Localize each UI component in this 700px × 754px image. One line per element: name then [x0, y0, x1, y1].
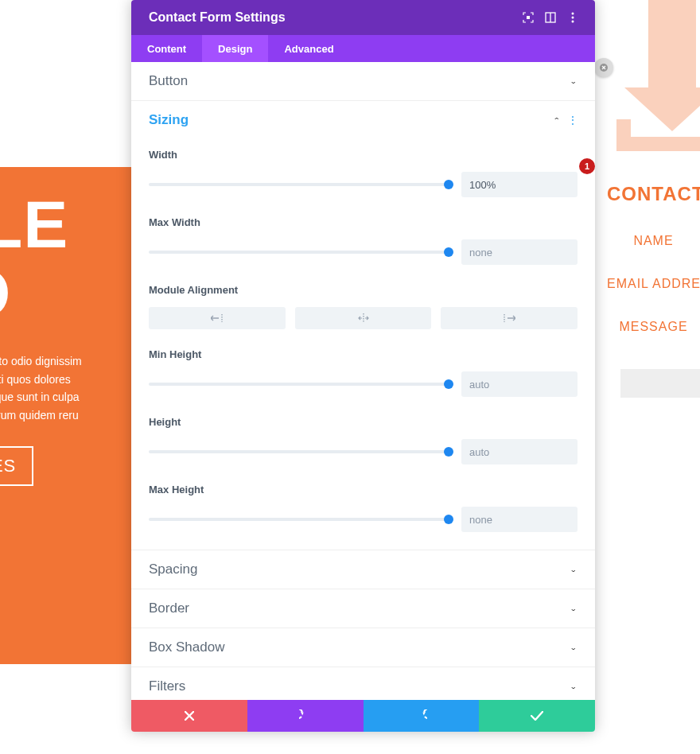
slider-thumb[interactable]	[444, 247, 453, 257]
section-header-spacing[interactable]: Spacing ⌄	[131, 550, 595, 589]
download-icon	[616, 0, 700, 159]
modal-title: Contact Form Settings	[149, 10, 515, 25]
contact-field-email: EMAIL ADDRESS	[607, 277, 700, 291]
redo-button[interactable]	[364, 700, 480, 732]
value-width[interactable]: 100%	[461, 172, 578, 197]
annotation-badge-1: 1	[579, 158, 595, 174]
value-height[interactable]: auto	[461, 439, 578, 464]
label-max-width: Max Width	[149, 216, 578, 228]
section-body-sizing: Width 100% 1 Max Width none	[131, 139, 595, 550]
label-min-height: Min Height	[149, 348, 578, 360]
save-button[interactable]	[479, 700, 595, 732]
svg-point-4	[572, 13, 574, 15]
label-alignment: Module Alignment	[149, 284, 578, 296]
slider-width[interactable]	[149, 183, 449, 186]
slider-thumb[interactable]	[444, 180, 453, 189]
control-max-height: Max Height none	[149, 474, 578, 542]
label-height: Height	[149, 416, 578, 428]
hero-orange-panel: AM LEMPO cusamus et iusto odio dignissim…	[0, 167, 131, 664]
control-height: Height auto	[149, 406, 578, 474]
chevron-down-icon: ⌄	[570, 77, 578, 85]
contact-form-preview: CONTACT US NAME EMAIL ADDRESS MESSAGE	[607, 183, 700, 398]
control-max-width: Max Width none	[149, 207, 578, 274]
slider-max-height[interactable]	[149, 518, 449, 521]
kebab-icon[interactable]	[563, 8, 582, 27]
section-box-shadow: Box Shadow ⌄	[131, 628, 595, 667]
contact-heading: CONTACT US	[607, 183, 700, 205]
control-width: Width 100% 1	[149, 139, 578, 207]
section-header-sizing[interactable]: Sizing ⌄ ⋮	[131, 101, 595, 139]
value-min-height[interactable]: auto	[461, 371, 578, 397]
slider-thumb[interactable]	[444, 515, 453, 524]
hero-paragraph: cusamus et iusto odio dignissim iti atqu…	[0, 352, 131, 424]
value-max-height[interactable]: none	[461, 507, 578, 532]
action-bar	[131, 700, 595, 732]
hero-heading: AM LEMPO	[0, 191, 131, 327]
section-button: Button ⌄	[131, 62, 595, 100]
section-spacing: Spacing ⌄	[131, 550, 595, 589]
settings-modal: Contact Form Settings Content Design Adv…	[131, 0, 595, 732]
align-center-button[interactable]	[295, 307, 432, 329]
overlay-close-button[interactable]	[594, 58, 613, 77]
value-max-width[interactable]: none	[461, 239, 578, 265]
contact-submit-placeholder	[620, 369, 700, 398]
slider-min-height[interactable]	[149, 383, 449, 386]
slider-thumb[interactable]	[444, 379, 453, 389]
section-header-border[interactable]: Border ⌄	[131, 589, 595, 628]
contact-field-message: MESSAGE	[607, 320, 700, 334]
cancel-button[interactable]	[131, 700, 247, 732]
svg-rect-1	[527, 16, 530, 19]
expand-icon[interactable]	[519, 8, 538, 27]
tabs: Content Design Advanced	[131, 35, 595, 62]
section-header-button[interactable]: Button ⌄	[131, 62, 595, 100]
section-header-filters[interactable]: Filters ⌄	[131, 667, 595, 700]
control-min-height: Min Height auto	[149, 339, 578, 406]
section-border: Border ⌄	[131, 589, 595, 628]
chevron-down-icon: ⌄	[570, 566, 578, 573]
modal-header: Contact Form Settings	[131, 0, 595, 35]
hero-cta-button[interactable]: CES	[0, 446, 33, 486]
grid-icon[interactable]	[541, 8, 560, 27]
svg-point-6	[572, 21, 574, 23]
tab-advanced[interactable]: Advanced	[268, 35, 349, 62]
label-width: Width	[149, 149, 578, 161]
align-right-button[interactable]	[441, 307, 578, 329]
contact-field-name: NAME	[607, 234, 700, 248]
slider-thumb[interactable]	[444, 447, 453, 457]
section-filters: Filters ⌄	[131, 667, 595, 700]
chevron-up-icon: ⌄	[553, 116, 561, 124]
undo-button[interactable]	[247, 700, 364, 732]
label-max-height: Max Height	[149, 484, 578, 496]
chevron-down-icon: ⌄	[570, 643, 578, 651]
tab-content[interactable]: Content	[131, 35, 202, 62]
svg-point-5	[572, 17, 574, 19]
align-left-button[interactable]	[149, 307, 286, 329]
section-sizing: Sizing ⌄ ⋮ Width 100% 1 Max Width	[131, 100, 595, 550]
slider-max-width[interactable]	[149, 251, 449, 254]
control-alignment: Module Alignment	[149, 274, 578, 339]
section-header-box-shadow[interactable]: Box Shadow ⌄	[131, 628, 595, 667]
chevron-down-icon: ⌄	[570, 604, 578, 612]
chevron-down-icon: ⌄	[570, 682, 578, 690]
modal-body[interactable]: Button ⌄ Sizing ⌄ ⋮ Width 100% 1	[131, 62, 595, 700]
slider-height[interactable]	[149, 450, 449, 453]
tab-design[interactable]: Design	[202, 35, 268, 62]
